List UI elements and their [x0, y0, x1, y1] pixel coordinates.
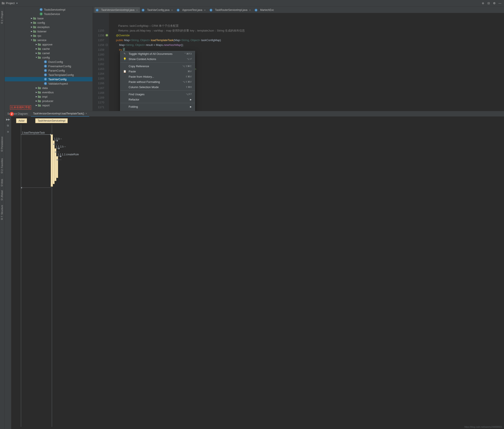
project-icon — [2, 2, 5, 4]
project-toolbar: Project ▼ ⊕ ⊟ ✿ — — [0, 0, 504, 7]
settings-icon[interactable]: ✿ — [492, 1, 496, 5]
project-view-combo[interactable]: Project ▼ — [0, 1, 20, 5]
locate-icon[interactable]: ⊕ — [481, 1, 485, 5]
project-view-label: Project — [6, 1, 15, 5]
hide-icon[interactable]: — — [498, 1, 502, 5]
chevron-down-icon: ▼ — [16, 2, 18, 4]
expand-icon[interactable]: ⊟ — [486, 1, 491, 5]
